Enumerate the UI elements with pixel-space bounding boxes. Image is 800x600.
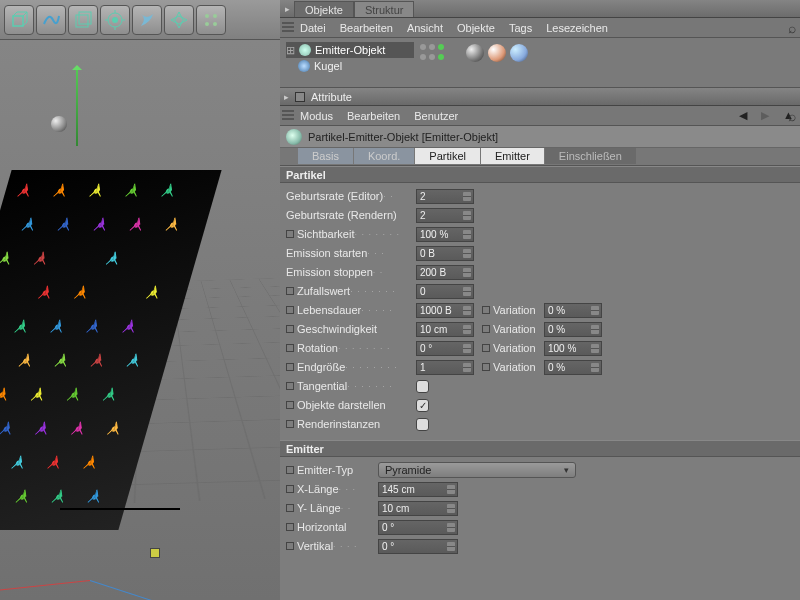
emitter-icon <box>299 44 311 56</box>
x-laenge-input[interactable]: 145 cm <box>378 482 458 497</box>
tangential-checkbox[interactable] <box>416 380 429 393</box>
section-partikel: Partikel <box>280 166 800 183</box>
endgroesse-var-input[interactable]: 0 % <box>544 360 602 375</box>
material-tag[interactable] <box>488 44 506 62</box>
menu-bearbeiten[interactable]: Bearbeiten <box>347 110 400 122</box>
particle-icon <box>27 386 50 404</box>
axis-handle[interactable] <box>150 548 160 558</box>
lock-icon[interactable] <box>295 92 305 102</box>
object-tree: ⊞ Emitter-Objekt Kugel <box>280 38 800 88</box>
particle-icon <box>31 420 54 438</box>
menu-datei[interactable]: Datei <box>300 22 326 34</box>
emission-stop-input[interactable]: 200 B <box>416 265 474 280</box>
menu-ansicht[interactable]: Ansicht <box>407 22 443 34</box>
collapse-icon[interactable]: ▸ <box>284 92 289 102</box>
tab-einschliessen[interactable]: Einschließen <box>545 148 636 164</box>
nurbs-tool[interactable] <box>68 5 98 35</box>
menu-benutzer[interactable]: Benutzer <box>414 110 458 122</box>
svg-point-4 <box>112 17 118 23</box>
renderinstanzen-checkbox[interactable] <box>416 418 429 431</box>
particle-icon <box>103 420 126 438</box>
drag-handle-icon[interactable] <box>282 22 294 34</box>
endgroesse-input[interactable]: 1 <box>416 360 474 375</box>
geschwindigkeit-input[interactable]: 10 cm <box>416 322 474 337</box>
emitter-typ-dropdown[interactable]: Pyramide <box>378 462 576 478</box>
material-tag[interactable] <box>510 44 528 62</box>
y-laenge-input[interactable]: 10 cm <box>378 501 458 516</box>
tab-partikel[interactable]: Partikel <box>415 148 480 164</box>
spline-tool[interactable] <box>36 5 66 35</box>
particle-icon <box>161 216 184 234</box>
particle-icon <box>49 182 72 200</box>
axis-y <box>76 66 78 146</box>
menu-lesezeichen[interactable]: Lesezeichen <box>546 22 608 34</box>
nav-back-icon[interactable]: ◀ <box>739 109 747 122</box>
lebensdauer-var-input[interactable]: 0 % <box>544 303 602 318</box>
object-name: Partikel-Emitter-Objekt [Emitter-Objekt] <box>308 131 498 143</box>
particle-icon <box>0 352 1 370</box>
search-icon[interactable]: ⌕ <box>788 20 796 36</box>
material-tag[interactable] <box>466 44 484 62</box>
geschwindigkeit-var-input[interactable]: 0 % <box>544 322 602 337</box>
tab-koord[interactable]: Koord. <box>354 148 414 164</box>
horizontal-input[interactable]: 0 ° <box>378 520 458 535</box>
tab-emitter[interactable]: Emitter <box>481 148 544 164</box>
tab-objekte[interactable]: Objekte <box>294 1 354 17</box>
object-manager-menu: Datei Bearbeiten Ansicht Objekte Tags Le… <box>280 18 800 38</box>
main-toolbar <box>0 0 280 40</box>
rotation-input[interactable]: 0 ° <box>416 341 474 356</box>
particle-icon <box>0 386 14 404</box>
generator-tool[interactable] <box>100 5 130 35</box>
tree-item-emitter[interactable]: ⊞ Emitter-Objekt <box>286 42 414 58</box>
particle-icon <box>83 488 106 506</box>
drag-handle-icon[interactable] <box>282 110 294 122</box>
objekte-darstellen-checkbox[interactable]: ✓ <box>416 399 429 412</box>
cube-tool[interactable] <box>4 5 34 35</box>
sphere-object[interactable] <box>51 116 67 132</box>
partikel-params: Geburtsrate (Editor) . .2 Geburtsrate (R… <box>280 183 800 440</box>
camera-tool[interactable] <box>196 5 226 35</box>
particle-icon <box>70 284 93 302</box>
tree-item-kugel[interactable]: Kugel <box>286 58 414 74</box>
nav-fwd-icon[interactable]: ▶ <box>761 109 769 122</box>
menu-modus[interactable]: Modus <box>300 110 333 122</box>
particle-icon <box>86 352 109 370</box>
visibility-dots[interactable] <box>420 38 460 87</box>
deformer-tool[interactable] <box>132 5 162 35</box>
viewport-3d[interactable] <box>0 40 280 600</box>
menu-objekte[interactable]: Objekte <box>457 22 495 34</box>
collapse-icon[interactable]: ▸ <box>280 4 294 14</box>
birthrate-editor-input[interactable]: 2 <box>416 189 474 204</box>
particle-icon <box>121 182 144 200</box>
section-emitter: Emitter <box>280 440 800 457</box>
zufallswert-input[interactable]: 0 <box>416 284 474 299</box>
right-panel: ▸ Objekte Struktur Datei Bearbeiten Ansi… <box>280 0 800 600</box>
lebensdauer-input[interactable]: 1000 B <box>416 303 474 318</box>
particle-icon <box>43 454 66 472</box>
attribute-mode-tabs: Basis Koord. Partikel Emitter Einschließ… <box>280 148 800 166</box>
rotation-var-input[interactable]: 100 % <box>544 341 602 356</box>
svg-rect-1 <box>76 15 88 27</box>
environment-tool[interactable] <box>164 5 194 35</box>
tag-area <box>460 38 800 87</box>
particle-icon <box>30 250 53 268</box>
attribute-menu: Modus Bearbeiten Benutzer ◀ ▶ ▲ ⌕ <box>280 106 800 126</box>
sichtbarkeit-input[interactable]: 100 % <box>416 227 474 242</box>
particle-icon <box>7 454 30 472</box>
particle-icon <box>47 488 70 506</box>
vertikal-input[interactable]: 0 ° <box>378 539 458 554</box>
emission-start-input[interactable]: 0 B <box>416 246 474 261</box>
particle-icon <box>79 454 102 472</box>
tab-struktur[interactable]: Struktur <box>354 1 415 17</box>
attribute-title: Attribute <box>311 91 352 103</box>
menu-tags[interactable]: Tags <box>509 22 532 34</box>
search-icon[interactable]: ⌕ <box>788 108 796 124</box>
sphere-icon <box>298 60 310 72</box>
svg-rect-0 <box>13 16 23 26</box>
menu-bearbeiten[interactable]: Bearbeiten <box>340 22 393 34</box>
particle-icon <box>82 318 105 336</box>
birthrate-render-input[interactable]: 2 <box>416 208 474 223</box>
particle-icon <box>10 318 33 336</box>
svg-point-6 <box>213 14 217 18</box>
tab-basis[interactable]: Basis <box>298 148 353 164</box>
